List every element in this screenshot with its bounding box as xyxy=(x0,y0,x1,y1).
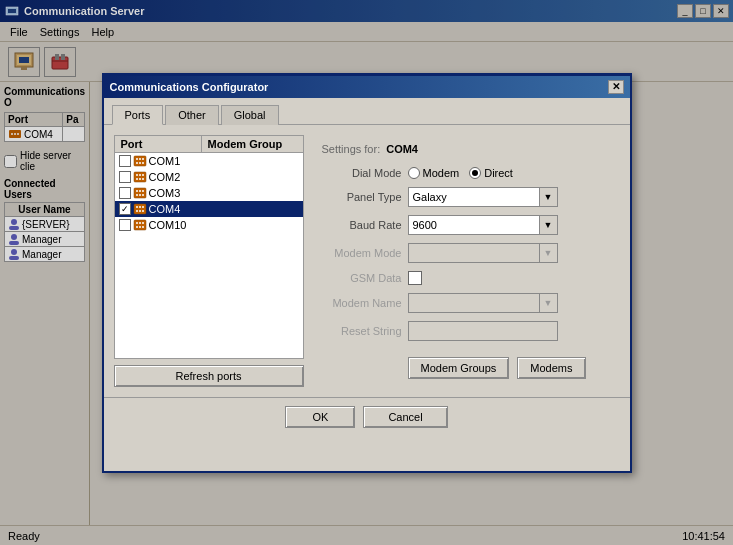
modem-name-arrow: ▼ xyxy=(539,294,557,312)
radio-modem[interactable]: Modem xyxy=(408,167,460,179)
svg-point-54 xyxy=(142,226,144,228)
svg-point-33 xyxy=(142,178,144,180)
modem-mode-label: Modem Mode xyxy=(322,247,402,259)
port-row-com2[interactable]: COM2 xyxy=(115,169,303,185)
svg-point-39 xyxy=(139,194,141,196)
tab-bar: Ports Other Global xyxy=(104,98,630,125)
modem-mode-dropdown: ▼ xyxy=(408,243,558,263)
svg-point-28 xyxy=(136,174,138,176)
connector-icon-com1 xyxy=(133,155,147,167)
svg-rect-27 xyxy=(134,172,146,182)
dialog-body: Port Modem Group xyxy=(104,125,630,397)
reset-string-input xyxy=(408,321,558,341)
baud-rate-value: 9600 xyxy=(413,219,553,231)
tab-global[interactable]: Global xyxy=(221,105,279,125)
modem-name-dropdown: ▼ xyxy=(408,293,558,313)
svg-point-46 xyxy=(139,210,141,212)
svg-point-35 xyxy=(136,190,138,192)
modal-overlay: Communications Configurator ✕ Ports Othe… xyxy=(0,0,733,545)
svg-rect-34 xyxy=(134,188,146,198)
svg-point-23 xyxy=(142,158,144,160)
svg-point-36 xyxy=(139,190,141,192)
port-checkbox-com2[interactable] xyxy=(119,171,131,183)
svg-rect-48 xyxy=(134,220,146,230)
svg-point-47 xyxy=(142,210,144,212)
svg-rect-20 xyxy=(134,156,146,166)
gsm-data-field: GSM Data xyxy=(322,271,612,285)
port-row-com1[interactable]: COM1 xyxy=(115,153,303,169)
baud-rate-arrow[interactable]: ▼ xyxy=(539,216,557,234)
port-checkbox-com4[interactable]: ✓ xyxy=(119,203,131,215)
settings-action-buttons: Modem Groups Modems xyxy=(408,357,612,379)
baud-rate-dropdown[interactable]: 9600 ▼ xyxy=(408,215,558,235)
panel-type-arrow[interactable]: ▼ xyxy=(539,188,557,206)
port-checkbox-com10[interactable] xyxy=(119,219,131,231)
modem-mode-field: Modem Mode ▼ xyxy=(322,243,612,263)
cancel-button[interactable]: Cancel xyxy=(363,406,447,428)
port-row-com4[interactable]: ✓ COM4 xyxy=(115,201,303,217)
dialog-close-button[interactable]: ✕ xyxy=(608,80,624,94)
port-checkbox-com1[interactable] xyxy=(119,155,131,167)
port-checkbox-com3[interactable] xyxy=(119,187,131,199)
svg-point-50 xyxy=(139,222,141,224)
ports-pane: Port Modem Group xyxy=(114,135,304,387)
radio-direct[interactable]: Direct xyxy=(469,167,513,179)
modem-groups-button[interactable]: Modem Groups xyxy=(408,357,510,379)
svg-point-42 xyxy=(136,206,138,208)
modem-col: Modem Group xyxy=(202,136,303,152)
svg-point-53 xyxy=(139,226,141,228)
panel-type-label: Panel Type xyxy=(322,191,402,203)
port-label-com3: COM3 xyxy=(149,187,181,199)
radio-modem-btn[interactable] xyxy=(408,167,420,179)
svg-point-30 xyxy=(142,174,144,176)
radio-modem-label: Modem xyxy=(423,167,460,179)
gsm-data-checkbox xyxy=(408,271,422,285)
svg-point-43 xyxy=(139,206,141,208)
svg-point-29 xyxy=(139,174,141,176)
settings-pane: Settings for: COM4 Dial Mode Modem Direc… xyxy=(314,135,620,387)
dial-mode-radio-group: Modem Direct xyxy=(408,167,513,179)
panel-type-field: Panel Type Galaxy ▼ xyxy=(322,187,612,207)
svg-point-44 xyxy=(142,206,144,208)
svg-point-32 xyxy=(139,178,141,180)
reset-string-field: Reset String xyxy=(322,321,612,341)
communications-configurator-dialog: Communications Configurator ✕ Ports Othe… xyxy=(102,73,632,473)
svg-point-49 xyxy=(136,222,138,224)
svg-rect-41 xyxy=(134,204,146,214)
ports-table: Port Modem Group xyxy=(114,135,304,359)
tab-ports[interactable]: Ports xyxy=(112,105,164,125)
tab-other[interactable]: Other xyxy=(165,105,219,125)
baud-rate-label: Baud Rate xyxy=(322,219,402,231)
modems-button[interactable]: Modems xyxy=(517,357,585,379)
panel-type-value: Galaxy xyxy=(413,191,553,203)
radio-direct-btn[interactable] xyxy=(469,167,481,179)
port-col: Port xyxy=(115,136,202,152)
connector-icon-com10 xyxy=(133,219,147,231)
svg-point-45 xyxy=(136,210,138,212)
svg-point-21 xyxy=(136,158,138,160)
dial-mode-field: Dial Mode Modem Direct xyxy=(322,167,612,179)
port-row-com10[interactable]: COM10 xyxy=(115,217,303,233)
port-row-com3[interactable]: COM3 xyxy=(115,185,303,201)
radio-direct-label: Direct xyxy=(484,167,513,179)
svg-point-24 xyxy=(136,162,138,164)
refresh-ports-button[interactable]: Refresh ports xyxy=(114,365,304,387)
connector-icon-com4 xyxy=(133,203,147,215)
svg-point-38 xyxy=(136,194,138,196)
svg-point-52 xyxy=(136,226,138,228)
dialog-title: Communications Configurator xyxy=(110,81,608,93)
svg-point-31 xyxy=(136,178,138,180)
port-label-com4: COM4 xyxy=(149,203,181,215)
port-label-com1: COM1 xyxy=(149,155,181,167)
svg-point-25 xyxy=(139,162,141,164)
modem-name-label: Modem Name xyxy=(322,297,402,309)
settings-for-label: Settings for: xyxy=(322,143,381,155)
checkbox-check-com4: ✓ xyxy=(121,204,129,214)
svg-point-37 xyxy=(142,190,144,192)
port-label-com2: COM2 xyxy=(149,171,181,183)
reset-string-label: Reset String xyxy=(322,325,402,337)
panel-type-dropdown[interactable]: Galaxy ▼ xyxy=(408,187,558,207)
modem-name-field: Modem Name ▼ xyxy=(322,293,612,313)
gsm-data-label: GSM Data xyxy=(322,272,402,284)
ok-button[interactable]: OK xyxy=(285,406,355,428)
